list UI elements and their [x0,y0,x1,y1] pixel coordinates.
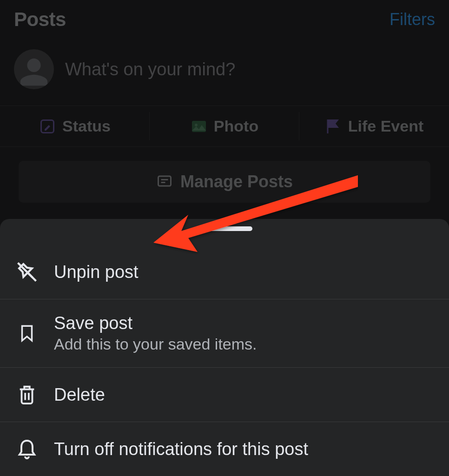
svg-line-7 [18,263,36,281]
life-event-label: Life Event [348,117,423,135]
composer-placeholder: What's on your mind? [65,60,235,79]
life-event-action[interactable]: Life Event [299,106,449,146]
menu-item-unpin[interactable]: Unpin post [0,245,449,299]
filters-link[interactable]: Filters [390,10,435,29]
bookmark-icon [14,320,40,346]
menu-item-notifications[interactable]: Turn off notifications for this post [0,422,449,476]
menu-label: Save post [54,313,257,333]
photo-label: Photo [214,117,258,135]
menu-item-delete[interactable]: Delete [0,368,449,422]
action-bar: Status Photo Life Event [0,106,449,147]
flag-icon [325,118,342,135]
trash-icon [14,382,40,408]
photo-icon [191,118,207,135]
menu-label: Turn off notifications for this post [54,439,308,459]
svg-rect-3 [158,176,171,186]
menu-label: Unpin post [54,262,139,282]
page-title: Posts [14,8,66,31]
status-label: Status [62,117,111,135]
profile-silhouette-icon [18,56,50,88]
menu-item-save[interactable]: Save post Add this to your saved items. [0,299,449,368]
unpin-icon [14,259,40,285]
menu-sublabel: Add this to your saved items. [54,335,257,353]
menu-text: Delete [54,385,105,405]
menu-label: Delete [54,385,105,405]
bell-icon [14,436,40,462]
edit-icon [39,118,56,135]
manage-posts-label: Manage Posts [180,172,293,192]
header: Posts Filters [0,0,449,35]
manage-posts-button[interactable]: Manage Posts [19,161,430,203]
photo-action[interactable]: Photo [150,106,299,146]
composer[interactable]: What's on your mind? [0,35,449,106]
menu-text: Save post Add this to your saved items. [54,313,257,353]
manage-posts-section: Manage Posts [0,147,449,203]
svg-point-2 [195,124,198,126]
sheet-handle[interactable] [197,226,252,231]
avatar [14,49,54,89]
manage-icon [156,173,173,190]
menu-text: Unpin post [54,262,139,282]
bottom-sheet: Unpin post Save post Add this to your sa… [0,219,449,476]
status-action[interactable]: Status [0,106,150,146]
menu-text: Turn off notifications for this post [54,439,308,459]
